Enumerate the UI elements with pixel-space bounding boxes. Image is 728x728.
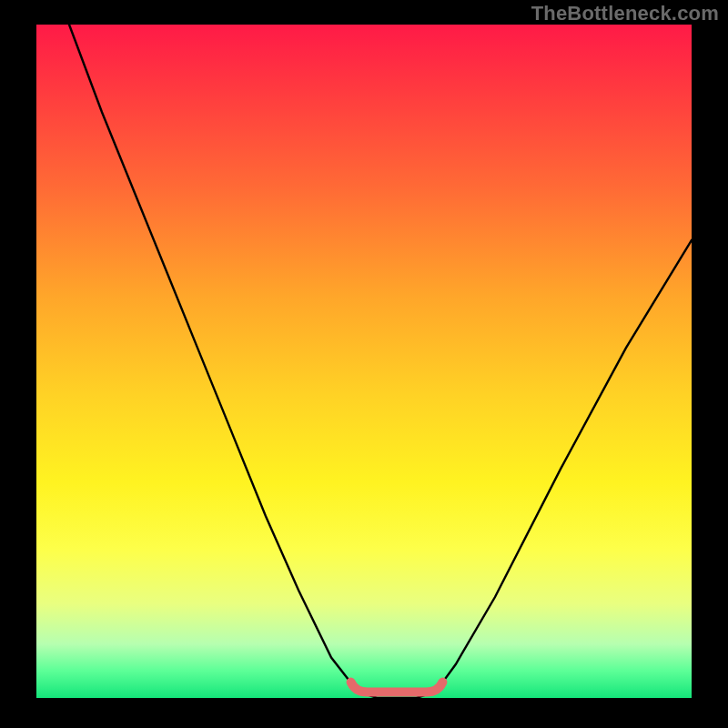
- bottom-pink-segment: [351, 682, 443, 693]
- plot-area: [36, 25, 692, 698]
- bottleneck-curve: [69, 25, 692, 698]
- curve-svg: [36, 25, 692, 698]
- chart-frame: TheBottleneck.com: [0, 0, 728, 728]
- watermark-text: TheBottleneck.com: [531, 2, 719, 25]
